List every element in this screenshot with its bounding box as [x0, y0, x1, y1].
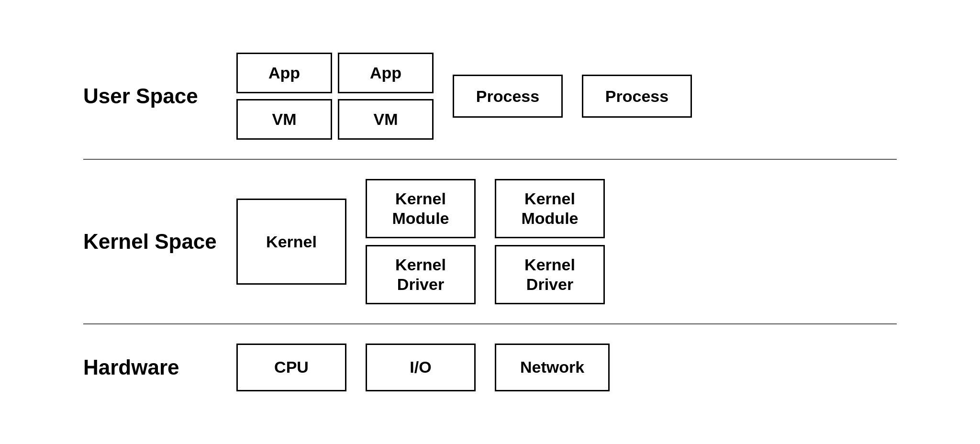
kernel-module-group: KernelModule KernelDriver KernelModule K… [366, 179, 605, 304]
architecture-diagram: User Space App App VM VM Process Process… [83, 33, 897, 410]
kernel-module-1: KernelModule [366, 179, 476, 238]
hardware-label: Hardware [83, 355, 236, 379]
user-space-label: User Space [83, 84, 236, 108]
hardware-content: CPU I/O Network [236, 344, 897, 391]
process-box-1: Process [453, 75, 563, 118]
user-space-content: App App VM VM Process Process [236, 53, 897, 140]
kernel-driver-1: KernelDriver [366, 245, 476, 304]
app-vm-group: App App VM VM [236, 53, 434, 140]
user-space-row: User Space App App VM VM Process Process [83, 33, 897, 159]
process-box-2: Process [582, 75, 692, 118]
kernel-col-2: KernelModule KernelDriver [495, 179, 605, 304]
network-box: Network [495, 344, 610, 391]
cpu-box: CPU [236, 344, 346, 391]
app-box-2: App [338, 53, 434, 93]
kernel-driver-2: KernelDriver [495, 245, 605, 304]
kernel-space-label: Kernel Space [83, 230, 236, 254]
kernel-module-2: KernelModule [495, 179, 605, 238]
io-box: I/O [366, 344, 476, 391]
kernel-space-row: Kernel Space Kernel KernelModule KernelD… [83, 160, 897, 323]
hardware-row: Hardware CPU I/O Network [83, 324, 897, 411]
kernel-col-1: KernelModule KernelDriver [366, 179, 476, 304]
kernel-box: Kernel [236, 199, 346, 285]
vm-box-2: VM [338, 99, 434, 140]
kernel-space-content: Kernel KernelModule KernelDriver KernelM… [236, 179, 897, 304]
app-box-1: App [236, 53, 332, 93]
vm-box-1: VM [236, 99, 332, 140]
